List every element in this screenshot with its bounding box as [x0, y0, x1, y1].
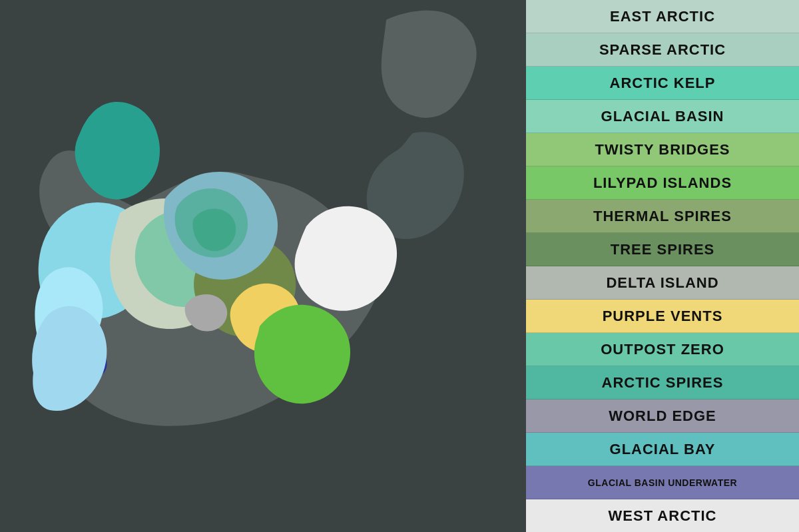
map-area	[0, 0, 526, 532]
legend-item-east-arctic: EAST ARCTIC	[526, 0, 799, 33]
legend-item-thermal-spires: THERMAL SPIRES	[526, 200, 799, 233]
legend-item-glacial-basin: GLACIAL BASIN	[526, 100, 799, 133]
legend-item-glacial-basin-underwater: GLACIAL BASIN UNDERWATER	[526, 466, 799, 499]
legend-item-sparse-arctic: SPARSE ARCTIC	[526, 33, 799, 67]
legend-item-purple-vents: PURPLE VENTS	[526, 300, 799, 333]
legend-item-tree-spires: TREE SPIRES	[526, 233, 799, 266]
legend-item-outpost-zero: OUTPOST ZERO	[526, 333, 799, 366]
legend-item-west-arctic: WEST ARCTIC	[526, 499, 799, 532]
legend-area: EAST ARCTICSPARSE ARCTICARCTIC KELPGLACI…	[526, 0, 799, 532]
legend-item-glacial-bay: GLACIAL BAY	[526, 433, 799, 466]
legend-item-lilypad-islands: LILYPAD ISLANDS	[526, 166, 799, 200]
legend-item-twisty-bridges: TWISTY BRIDGES	[526, 133, 799, 166]
legend-item-world-edge: WORLD EDGE	[526, 399, 799, 433]
legend-item-delta-island: DELTA ISLAND	[526, 266, 799, 300]
legend-item-arctic-spires: ARCTIC SPIRES	[526, 366, 799, 399]
legend-item-arctic-kelp: ARCTIC KELP	[526, 67, 799, 100]
